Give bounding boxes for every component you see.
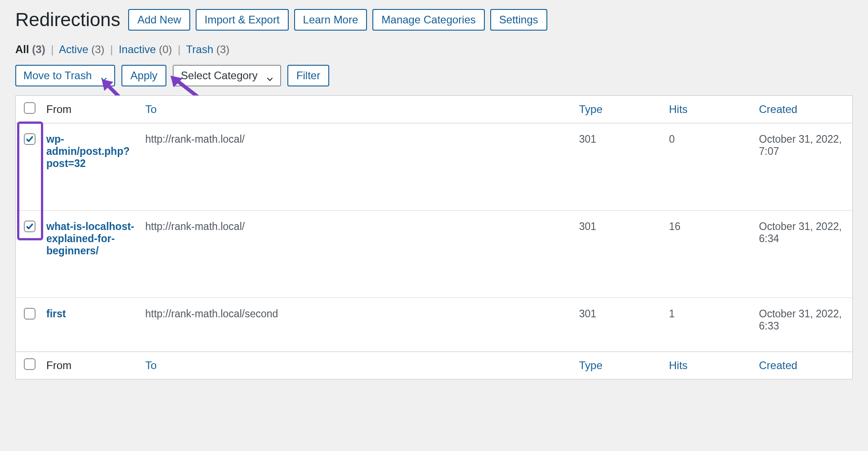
select-category-select[interactable]: Select Category [173,65,281,86]
table-row: firsthttp://rank-math.local/second3011Oc… [16,298,853,352]
filter-inactive[interactable]: Inactive (0) [119,43,175,55]
column-from-footer[interactable]: From [41,352,140,379]
table-row: wp-admin/post.php?post=32http://rank-mat… [16,123,853,211]
column-hits[interactable]: Hits [664,96,754,123]
from-link[interactable]: first [46,308,66,320]
column-to[interactable]: To [140,96,574,123]
filter-all[interactable]: All (3) [15,43,48,55]
add-new-button[interactable]: Add New [128,9,190,31]
select-all-checkbox[interactable] [24,102,36,114]
filter-active[interactable]: Active (3) [59,43,107,55]
created-cell: October 31, 2022, 7:07 [754,123,853,211]
table-row: what-is-localhost-explained-for-beginner… [16,211,853,298]
created-cell: October 31, 2022, 6:34 [754,211,853,298]
column-type[interactable]: Type [574,96,664,123]
manage-categories-button[interactable]: Manage Categories [372,9,484,31]
type-cell: 301 [574,298,664,352]
filter-trash[interactable]: Trash (3) [186,43,229,55]
column-to-footer[interactable]: To [140,352,574,379]
bulk-action-label: Move to Trash [23,69,92,82]
column-from[interactable]: From [41,96,140,123]
redirections-table: From To Type Hits Created wp-admin/post.… [15,95,853,379]
import-export-button[interactable]: Import & Export [196,9,289,31]
hits-cell: 16 [664,211,754,298]
page-title: Redirections [15,9,120,31]
column-hits-footer[interactable]: Hits [664,352,754,379]
learn-more-button[interactable]: Learn More [294,9,367,31]
select-category-label: Select Category [181,69,258,82]
row-checkbox[interactable] [24,308,36,320]
settings-button[interactable]: Settings [490,9,547,31]
to-cell: http://rank-math.local/ [140,123,574,211]
hits-cell: 1 [664,298,754,352]
row-checkbox[interactable] [24,221,36,232]
column-created[interactable]: Created [754,96,853,123]
type-cell: 301 [574,211,664,298]
bulk-action-select[interactable]: Move to Trash [15,65,115,86]
from-link[interactable]: wp-admin/post.php?post=32 [46,133,130,169]
hits-cell: 0 [664,123,754,211]
status-filters: All (3) | Active (3) | Inactive (0) | Tr… [15,43,853,56]
to-cell: http://rank-math.local/ [140,211,574,298]
column-type-footer[interactable]: Type [574,352,664,379]
from-link[interactable]: what-is-localhost-explained-for-beginner… [46,221,134,257]
type-cell: 301 [574,123,664,211]
chevron-down-icon [101,72,107,79]
chevron-down-icon [267,72,273,79]
column-created-footer[interactable]: Created [754,352,853,379]
apply-button[interactable]: Apply [121,65,166,86]
row-checkbox[interactable] [24,133,36,145]
to-cell: http://rank-math.local/second [140,298,574,352]
select-all-checkbox-footer[interactable] [24,358,36,370]
created-cell: October 31, 2022, 6:33 [754,298,853,352]
filter-button[interactable]: Filter [287,65,329,86]
